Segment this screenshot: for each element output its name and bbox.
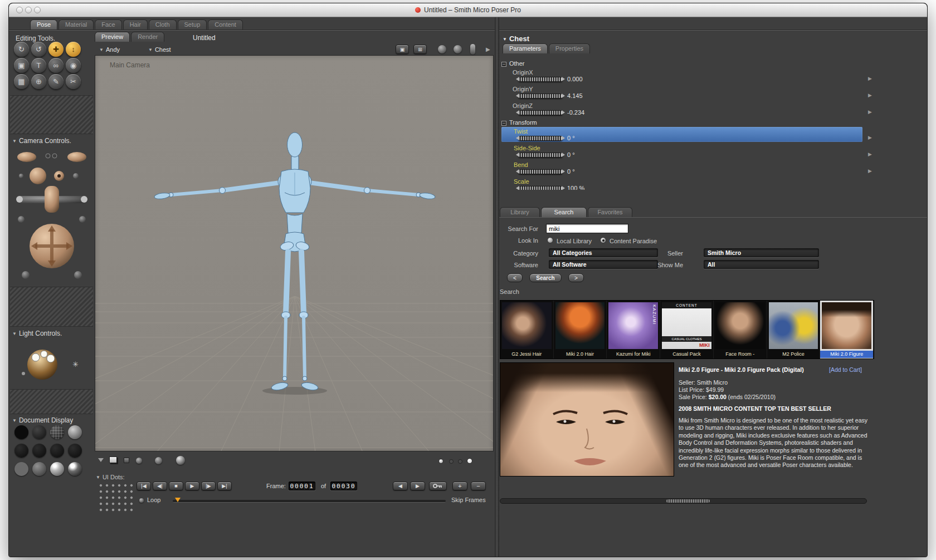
animation-scrubber[interactable] (173, 500, 446, 503)
prev-page-button[interactable]: < (507, 273, 523, 282)
stop-button[interactable]: ■ (169, 482, 183, 490)
tab-material[interactable]: Material (58, 19, 94, 30)
camera-controls-cluster[interactable] (10, 147, 94, 285)
rotate-tool-button[interactable]: ↻ (14, 42, 29, 57)
param-value[interactable]: -0.234 (567, 109, 584, 116)
param-menu-arrow[interactable]: ▶ (868, 135, 872, 140)
light-controls-header[interactable]: ▼Light Controls. (12, 330, 62, 337)
search-input[interactable] (546, 224, 628, 233)
step-forward-button[interactable]: ▶ (410, 482, 425, 490)
add-to-cart-link[interactable]: [Add to Cart] (829, 366, 862, 373)
document-display-header[interactable]: ▼Document Display (12, 416, 73, 424)
actor-menu[interactable]: ▼Chest (148, 46, 171, 53)
play-button[interactable]: ▶ (185, 482, 199, 490)
tracking-ball-large-icon[interactable] (176, 456, 185, 465)
morphing-tool-button[interactable]: ✎ (48, 74, 64, 89)
param-dial[interactable] (518, 153, 563, 158)
frame-all-button[interactable]: ▣ (396, 45, 409, 54)
display-style-hiddenline-button[interactable] (68, 425, 82, 439)
param-dial[interactable] (518, 110, 563, 115)
param-dial[interactable] (518, 136, 563, 141)
software-select[interactable]: All Software (549, 260, 658, 269)
twist-tool-button[interactable]: ↺ (31, 42, 46, 57)
display-style-flat-lined-button[interactable] (50, 444, 64, 458)
hand-tool-icon[interactable] (470, 44, 475, 55)
param-menu-arrow[interactable]: ▶ (868, 92, 872, 98)
taper-tool-button[interactable]: T (31, 58, 46, 73)
figure-menu[interactable]: ▼Andy (99, 46, 120, 53)
display-style-smooth-shaded-button[interactable] (14, 462, 28, 476)
display-style-texture-shaded-button[interactable] (50, 462, 64, 476)
result-thumbnail-selected[interactable]: Miki 2.0 Figure (820, 301, 874, 358)
collapse-icon[interactable]: − (501, 121, 506, 126)
camera-dot-1[interactable] (438, 459, 443, 464)
display-style-cartoon-button[interactable] (68, 444, 82, 458)
step-back-button[interactable]: ◀ (393, 482, 408, 490)
ui-dots-grid[interactable] (99, 484, 135, 513)
display-style-lit-wireframe-button[interactable] (14, 444, 28, 458)
add-keyframe-button[interactable]: + (452, 482, 467, 490)
camera-dot-3[interactable] (458, 459, 462, 464)
loop-label[interactable]: Loop (147, 497, 160, 503)
tab-library[interactable]: Library (500, 207, 540, 217)
local-library-label[interactable]: Local Library (557, 238, 592, 244)
param-value[interactable]: 4.145 (567, 92, 583, 99)
param-dial[interactable] (518, 94, 563, 99)
display-style-smooth-lined-button[interactable] (32, 462, 46, 476)
loop-toggle-icon[interactable] (139, 498, 144, 503)
camera-preset-ball-icon[interactable] (438, 45, 446, 53)
param-value[interactable]: 0 ° (567, 151, 575, 158)
result-thumbnail[interactable]: CONTENT CASUAL CLOTHES MIKI Casual Pack (660, 301, 714, 358)
tab-preview[interactable]: Preview (95, 32, 130, 42)
tab-setup[interactable]: Setup (178, 19, 207, 30)
camera-dot-2[interactable] (449, 459, 454, 464)
light-controls-cluster[interactable]: ✳ (10, 340, 94, 387)
tab-search[interactable]: Search (541, 207, 587, 217)
scrollbar-thumb[interactable] (666, 499, 710, 503)
content-paradise-label[interactable]: Content Paradise (610, 238, 657, 244)
param-menu-arrow[interactable]: ▶ (868, 151, 872, 157)
viewport-canvas[interactable]: Main Camera (95, 55, 494, 451)
result-thumbnail[interactable]: Miki 2.0 Hair (554, 301, 607, 358)
param-dial[interactable] (518, 186, 563, 190)
param-menu-arrow[interactable]: ▶ (868, 76, 872, 81)
view-magnifier-tool-button[interactable]: ⊕ (31, 74, 46, 89)
chain-break-tool-button[interactable]: ∞ (48, 58, 64, 73)
display-style-texture-button[interactable] (68, 462, 82, 476)
tab-cloth[interactable]: Cloth (149, 19, 177, 30)
camera-preset-ball-icon[interactable] (454, 45, 462, 53)
result-thumbnail[interactable]: Face Room - (714, 301, 767, 358)
collapse-icon[interactable]: − (501, 62, 506, 67)
shadow-toggle-button[interactable] (124, 458, 129, 463)
content-paradise-radio[interactable] (600, 237, 606, 243)
show-me-select[interactable]: All (704, 260, 819, 269)
display-style-outline-button[interactable] (32, 425, 46, 439)
local-library-radio[interactable] (547, 237, 553, 243)
scrubber-handle[interactable] (175, 498, 181, 502)
param-menu-arrow[interactable]: ▶ (868, 109, 872, 115)
param-dial[interactable] (518, 169, 563, 174)
display-style-wireframe-button[interactable] (50, 425, 64, 439)
tab-render[interactable]: Render (131, 32, 164, 42)
param-value[interactable]: 0 ° (567, 135, 575, 141)
result-thumbnail[interactable]: M2 Police (767, 301, 821, 358)
direct-manipulation-tool-button[interactable]: ✂ (66, 74, 81, 89)
group-other-header[interactable]: −Other (501, 60, 525, 67)
category-select[interactable]: All Categories (549, 248, 658, 257)
first-frame-button[interactable]: |◀ (136, 482, 151, 490)
ui-dots-header[interactable]: ▼UI Dots: (96, 474, 125, 480)
view-menu-icon[interactable] (98, 458, 104, 462)
result-thumbnail[interactable]: G2 Jessi Hair (500, 301, 554, 358)
last-frame-button[interactable]: ▶| (217, 482, 232, 490)
tracking-ball-medium-icon[interactable] (155, 457, 162, 464)
depth-cue-button[interactable] (109, 456, 117, 463)
param-value[interactable]: 100 % (567, 185, 584, 190)
current-frame-field[interactable]: 00001 (289, 482, 315, 490)
param-menu-arrow[interactable]: ▶ (868, 168, 872, 174)
scale-tool-button[interactable]: ▣ (14, 58, 29, 73)
tab-face[interactable]: Face (95, 19, 121, 30)
tab-pose[interactable]: Pose (30, 19, 57, 30)
param-value[interactable]: 0.000 (567, 76, 583, 82)
actor-header[interactable]: ▼Chest (503, 35, 529, 43)
seller-select[interactable]: Smith Micro (704, 248, 819, 257)
